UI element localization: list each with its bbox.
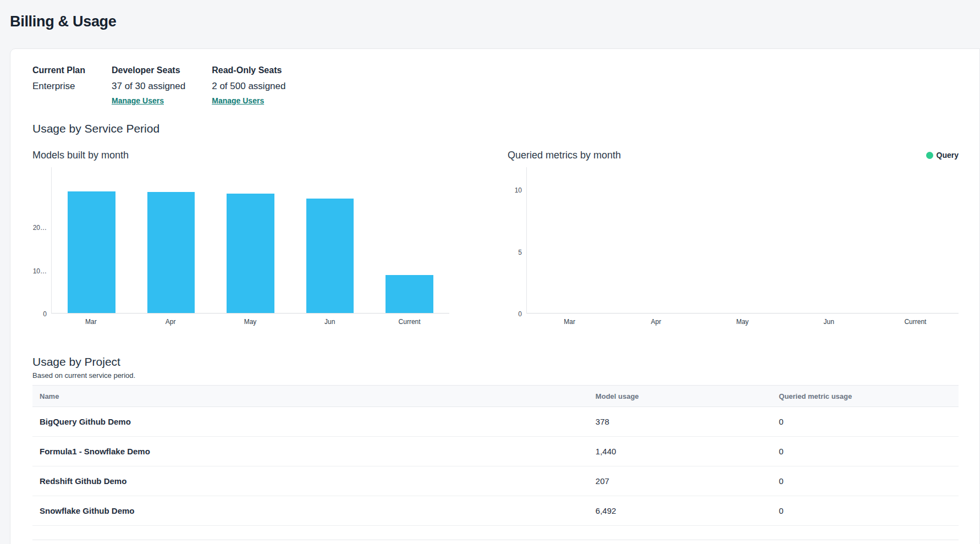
column-header-name: Name xyxy=(32,392,596,400)
x-tick-label: May xyxy=(699,318,785,326)
x-tick-label: Mar xyxy=(51,318,131,326)
table-subtitle: Based on current service period. xyxy=(32,371,959,380)
queried-usage-cell: 0 xyxy=(779,447,959,456)
usage-by-project-table: Name Model usage Queried metric usage Bi… xyxy=(32,385,959,540)
bar-slot xyxy=(131,167,211,313)
bar-may[interactable] xyxy=(227,194,274,313)
chart-header: Models built by month xyxy=(32,149,449,162)
plan-summary: Current Plan Enterprise Developer Seats … xyxy=(32,65,959,106)
column-header-model-usage: Model usage xyxy=(596,392,779,400)
plan-label: Developer Seats xyxy=(112,65,185,75)
models-built-chart: Models built by month 20…10…0 MarAprMayJ… xyxy=(32,149,449,326)
project-name-cell: BigQuery Github Demo xyxy=(32,417,596,426)
x-tick-label: Current xyxy=(872,318,959,326)
manage-users-link-readonly[interactable]: Manage Users xyxy=(212,96,264,105)
bar-current[interactable] xyxy=(386,275,433,313)
queried-usage-cell: 0 xyxy=(779,476,959,486)
table-row: Snowflake Github Demo6,4920 xyxy=(32,496,959,526)
project-name-cell: Redshift Github Demo xyxy=(32,476,596,486)
x-tick-label: Jun xyxy=(290,318,370,326)
table-header-row: Name Model usage Queried metric usage xyxy=(32,386,959,407)
x-tick-label: Apr xyxy=(131,318,211,326)
plan-column-current-plan: Current Plan Enterprise xyxy=(32,65,85,106)
bar-slot xyxy=(52,167,131,313)
usage-period-section-title: Usage by Service Period xyxy=(32,122,959,135)
y-axis: 20…10…0 xyxy=(32,167,51,314)
plan-value: Enterprise xyxy=(32,81,85,92)
plot-wrap: 20…10…0 xyxy=(32,167,449,314)
chart-title: Models built by month xyxy=(32,150,129,161)
x-axis-labels: MarAprMayJunCurrent xyxy=(32,318,449,326)
billing-card: Current Plan Enterprise Developer Seats … xyxy=(10,48,980,544)
page-title: Billing & Usage xyxy=(10,13,980,30)
model-usage-cell: 6,492 xyxy=(596,506,779,515)
queried-usage-cell: 0 xyxy=(779,417,959,426)
bar-apr[interactable] xyxy=(147,192,195,313)
plot-area xyxy=(51,167,449,314)
table-row: Formula1 - Snowflake Demo1,4400 xyxy=(32,437,959,466)
plot-wrap: 1050 xyxy=(508,167,959,314)
plot-area xyxy=(526,167,959,314)
plan-label: Read-Only Seats xyxy=(212,65,285,75)
model-usage-cell: 1,440 xyxy=(596,447,779,456)
table-row: BigQuery Github Demo3780 xyxy=(32,407,959,437)
plan-label: Current Plan xyxy=(32,65,85,75)
plan-column-developer-seats: Developer Seats 37 of 30 assigned Manage… xyxy=(112,65,185,106)
bar-slot xyxy=(786,167,872,313)
table-footer xyxy=(32,526,959,540)
x-axis-labels: MarAprMayJunCurrent xyxy=(508,318,959,326)
queried-usage-cell: 0 xyxy=(779,506,959,515)
project-name-cell: Snowflake Github Demo xyxy=(32,506,596,515)
model-usage-cell: 378 xyxy=(596,417,779,426)
x-tick-label: Apr xyxy=(613,318,699,326)
bar-slot xyxy=(370,167,449,313)
y-tick-label: 5 xyxy=(518,249,522,256)
table-body: BigQuery Github Demo3780Formula1 - Snowf… xyxy=(32,407,959,526)
plan-value: 37 of 30 assigned xyxy=(112,81,185,92)
bar-slot xyxy=(613,167,700,313)
x-tick-label: Current xyxy=(370,318,449,326)
y-tick-label: 10 xyxy=(515,186,522,194)
y-tick-label: 0 xyxy=(518,310,522,318)
legend-dot-icon xyxy=(926,152,933,159)
project-name-cell: Formula1 - Snowflake Demo xyxy=(32,447,596,456)
x-tick-label: May xyxy=(211,318,290,326)
chart-header: Queried metrics by month Query xyxy=(508,149,959,162)
chart-legend: Query xyxy=(926,151,959,160)
x-tick-label: Jun xyxy=(786,318,872,326)
bar-slot xyxy=(290,167,370,313)
bar-mar[interactable] xyxy=(68,191,115,313)
y-tick-label: 10… xyxy=(33,267,47,275)
y-tick-label: 20… xyxy=(33,224,47,232)
plan-value: 2 of 500 assigned xyxy=(212,81,285,92)
plan-column-readonly-seats: Read-Only Seats 2 of 500 assigned Manage… xyxy=(212,65,285,106)
usage-project-section-title: Usage by Project xyxy=(32,355,959,369)
legend-label: Query xyxy=(937,151,959,160)
x-tick-label: Mar xyxy=(526,318,613,326)
bar-slot xyxy=(700,167,786,313)
charts-row: Models built by month 20…10…0 MarAprMayJ… xyxy=(32,149,959,326)
bar-slot xyxy=(872,167,959,313)
model-usage-cell: 207 xyxy=(596,476,779,486)
bar-slot xyxy=(211,167,290,313)
manage-users-link-developer[interactable]: Manage Users xyxy=(112,96,164,105)
page-header: Billing & Usage xyxy=(0,0,980,48)
y-axis: 1050 xyxy=(508,167,526,314)
column-header-queried-usage: Queried metric usage xyxy=(779,392,959,400)
y-tick-label: 0 xyxy=(43,310,47,318)
bar-slot xyxy=(527,167,613,313)
chart-title: Queried metrics by month xyxy=(508,150,621,161)
queried-metrics-chart: Queried metrics by month Query 1050 MarA… xyxy=(508,149,959,326)
bar-jun[interactable] xyxy=(306,199,354,313)
table-row: Redshift Github Demo2070 xyxy=(32,466,959,496)
